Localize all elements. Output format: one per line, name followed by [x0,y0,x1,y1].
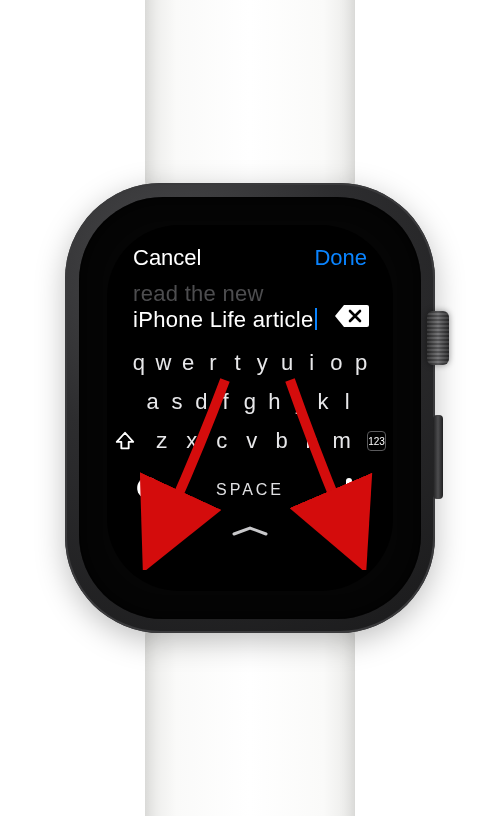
keyboard-row-3: z x c v b n m 123 [129,428,371,454]
keyboard-bottom-bar: SPACE [129,475,371,505]
numeric-key[interactable]: 123 [367,431,386,451]
key-h[interactable]: h [265,389,284,415]
key-i[interactable]: i [302,350,322,376]
key-n[interactable]: n [299,428,324,454]
key-j[interactable]: j [289,389,308,415]
key-z[interactable]: z [149,428,174,454]
key-o[interactable]: o [327,350,347,376]
svg-point-0 [137,477,159,499]
key-b[interactable]: b [269,428,294,454]
text-cursor [315,308,317,330]
dictation-button[interactable] [337,476,365,504]
key-q[interactable]: q [129,350,149,376]
space-key[interactable]: SPACE [163,481,337,499]
text-input-area[interactable]: read the new iPhone Life article [129,277,371,348]
keyboard-row-1: q w e r t y u i o p [129,350,371,376]
key-w[interactable]: w [154,350,174,376]
key-d[interactable]: d [192,389,211,415]
key-x[interactable]: x [179,428,204,454]
key-m[interactable]: m [329,428,354,454]
watch-case: Cancel Done read the new iPhone Life art… [65,183,435,633]
key-a[interactable]: a [143,389,162,415]
nav-bar: Cancel Done [129,245,371,277]
key-r[interactable]: r [203,350,223,376]
cancel-button[interactable]: Cancel [133,245,201,271]
emoji-icon [135,475,161,501]
text-previous-line: read the new [133,281,323,307]
key-y[interactable]: y [253,350,273,376]
key-p[interactable]: p [351,350,371,376]
microphone-icon [337,476,361,500]
keyboard: q w e r t y u i o p a s d f g h [129,350,371,577]
key-t[interactable]: t [228,350,248,376]
svg-point-2 [150,483,153,486]
key-c[interactable]: c [209,428,234,454]
backspace-icon [333,303,369,329]
key-v[interactable]: v [239,428,264,454]
emoji-button[interactable] [135,475,163,505]
chevron-up-icon [230,524,270,536]
svg-point-1 [142,483,145,486]
key-k[interactable]: k [313,389,332,415]
watch-screen: Cancel Done read the new iPhone Life art… [107,225,393,591]
key-l[interactable]: l [338,389,357,415]
key-e[interactable]: e [178,350,198,376]
key-f[interactable]: f [216,389,235,415]
done-button[interactable]: Done [314,245,367,271]
keyboard-row-2: a s d f g h j k l [129,389,371,415]
text-current-line: iPhone Life article [133,307,323,333]
shift-key[interactable] [114,430,136,452]
key-g[interactable]: g [240,389,259,415]
side-button[interactable] [433,415,443,499]
digital-crown[interactable] [427,311,449,365]
key-s[interactable]: s [167,389,186,415]
key-u[interactable]: u [277,350,297,376]
swipe-up-indicator[interactable] [129,522,371,540]
watch-bezel: Cancel Done read the new iPhone Life art… [79,197,421,619]
backspace-button[interactable] [333,303,369,329]
shift-icon [114,430,136,452]
svg-rect-3 [346,478,352,490]
